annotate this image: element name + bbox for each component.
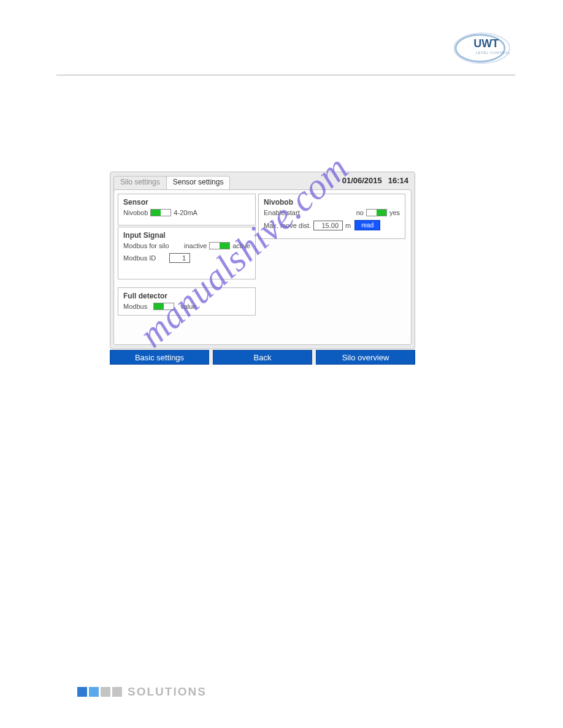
sensor-toggle-right-label: 4-20mA [174,209,197,216]
sensor-type-toggle[interactable] [150,209,171,216]
nivobob-box: Nivobob Enable start no yes Max. move di… [258,194,405,239]
full-detector-title: Full detector [123,292,250,300]
full-detector-toggle[interactable] [153,303,174,310]
footer-sq-4 [112,687,122,697]
date-text: 01/06/2015 [342,176,382,185]
sensor-box: Sensor Nivobob 4-20mA [118,194,256,226]
yes-label: yes [389,209,400,216]
input-signal-title: Input Signal [123,231,250,240]
footer-sq-1 [77,687,87,697]
tab-pane: Sensor Nivobob 4-20mA Input Signal Modbu… [113,189,412,345]
full-detector-value-label: value [180,303,196,310]
max-move-label: Max. move dist. [264,222,311,229]
modbus-silo-toggle[interactable] [209,242,230,249]
full-detector-box: Full detector Modbus value [118,287,256,316]
time-text: 16:14 [388,176,408,185]
datetime-display: 01/06/201516:14 [342,176,408,185]
read-button[interactable]: read [354,220,380,230]
active-label: active [232,242,250,249]
max-move-unit: m [345,222,351,229]
footer-sq-2 [89,687,99,697]
full-detector-modbus-label: Modbus [123,303,147,310]
max-move-input[interactable]: 15.00 [313,221,343,230]
footer-text: SOLUTIONS [128,685,207,699]
enable-start-toggle[interactable] [366,209,387,216]
no-label: no [356,209,364,216]
settings-panel: Silo settings Sensor settings 01/06/2015… [110,172,415,349]
bottom-button-bar: Basic settings Back Silo overview [110,350,415,365]
modbus-for-silo-label: Modbus for silo [123,242,169,249]
silo-overview-button[interactable]: Silo overview [316,350,415,365]
footer-logo: SOLUTIONS [77,685,207,699]
header-rule [56,75,515,75]
sensor-title: Sensor [123,198,250,207]
sensor-type-label: Nivobob [123,209,148,216]
inactive-label: inactive [184,242,207,249]
modbus-id-input[interactable]: 1 [169,253,190,263]
back-button[interactable]: Back [213,350,312,365]
enable-start-label: Enable start [264,209,300,216]
modbus-id-label: Modbus ID [123,254,156,262]
logo-subtitle: LEVEL CONTROL [476,51,510,55]
brand-logo: UWT LEVEL CONTROL [446,28,514,64]
nivobob-title: Nivobob [264,198,400,207]
logo-brand-text: UWT [473,37,499,50]
basic-settings-button[interactable]: Basic settings [110,350,209,365]
input-signal-box: Input Signal Modbus for silo inactive ac… [118,227,256,279]
footer-sq-3 [101,687,110,697]
